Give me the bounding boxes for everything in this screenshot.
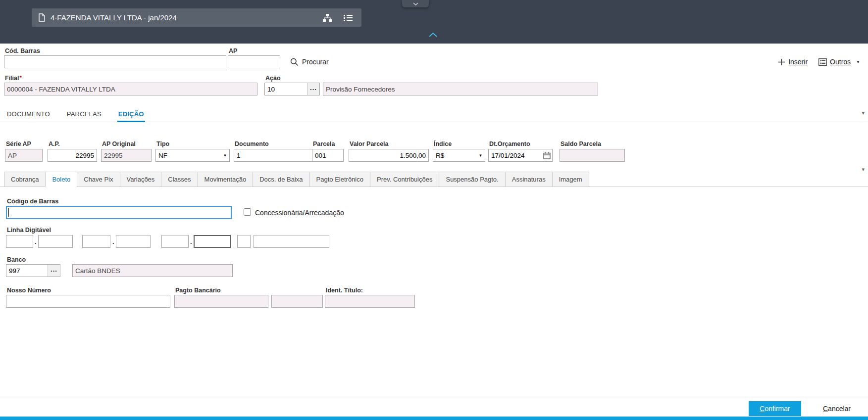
acao-code-input[interactable] — [265, 83, 307, 95]
app-window: 4-FAZENDA VITALLY LTDA - jan/2024 Cód. B… — [0, 0, 868, 420]
procurar-label: Procurar — [302, 58, 329, 66]
subtab-imagem[interactable]: Imagem — [552, 172, 589, 187]
codigo-barras-input[interactable] — [6, 206, 232, 219]
linha-digitavel-field-8[interactable] — [254, 235, 329, 248]
subtab-chave-pix[interactable]: Chave Pix — [77, 172, 120, 187]
pagto-bancario-label: Pagto Bancário — [175, 287, 221, 294]
outros-label: Outros — [830, 58, 851, 66]
main-tabs: DOCUMENTO PARCELAS EDIÇÃO — [0, 105, 868, 122]
ap-original-label: AP Original — [102, 140, 136, 147]
indice-select[interactable]: R$ ▼ — [433, 149, 485, 162]
codigo-barras-label: Código de Barras — [7, 198, 58, 205]
parcela-input[interactable] — [312, 149, 344, 162]
chevron-down-icon — [413, 2, 418, 5]
confirmar-button[interactable]: Confirmar — [749, 401, 801, 416]
banco-lookup-button[interactable]: ... — [48, 265, 60, 277]
subtab-assinaturas[interactable]: Assinaturas — [505, 172, 553, 187]
nosso-numero-input[interactable] — [6, 295, 170, 308]
document-tab[interactable]: 4-FAZENDA VITALLY LTDA - jan/2024 — [32, 8, 361, 27]
acao-description-input — [323, 83, 598, 95]
indice-value: R$ — [433, 149, 476, 161]
pagto-bancario-input-2 — [271, 295, 323, 308]
cod-barras-input[interactable] — [4, 55, 226, 68]
ap-label: AP — [229, 47, 237, 54]
calendar-icon[interactable] — [541, 149, 552, 161]
text-cursor — [8, 208, 9, 217]
ident-titulo-label: Ident. Título: — [326, 287, 363, 294]
tree-view-icon[interactable] — [323, 14, 332, 22]
serie-ap-input — [5, 149, 43, 162]
header-collapse-button[interactable] — [429, 33, 437, 37]
ident-titulo-input — [325, 295, 415, 308]
chevron-up-icon — [429, 30, 437, 39]
top-header: 4-FAZENDA VITALLY LTDA - jan/2024 — [0, 0, 868, 44]
linha-separator-dot: . — [190, 238, 192, 245]
subtab-classes[interactable]: Classes — [161, 172, 198, 187]
ap-input[interactable] — [228, 55, 280, 68]
bottom-accent-strip — [0, 417, 868, 420]
linha-digitavel-field-3[interactable] — [82, 235, 110, 248]
linha-digitavel-field-2[interactable] — [38, 235, 73, 248]
subtab-movimentacao[interactable]: Movimentação — [198, 172, 254, 187]
tab-edicao[interactable]: EDIÇÃO — [117, 110, 145, 122]
subtab-variacoes[interactable]: Variações — [120, 172, 162, 187]
tab-documento[interactable]: DOCUMENTO — [6, 110, 51, 122]
inserir-label: Inserir — [788, 58, 808, 66]
inserir-button[interactable]: Inserir — [778, 58, 808, 66]
linha-digitavel-field-1[interactable] — [6, 235, 33, 248]
ap-number-label: A.P. — [49, 140, 60, 147]
tipo-select[interactable]: NF ▼ — [155, 149, 230, 162]
nosso-numero-label: Nosso Número — [7, 287, 51, 294]
tipo-value: NF — [156, 149, 221, 161]
document-icon — [39, 13, 45, 22]
valor-parcela-input[interactable] — [349, 149, 429, 162]
valor-parcela-label: Valor Parcela — [350, 140, 389, 147]
acao-label: Ação — [265, 75, 281, 82]
subtab-cobranca[interactable]: Cobrança — [4, 172, 46, 187]
subtab-prev-contribuicoes[interactable]: Prev. Contribuições — [370, 172, 439, 187]
top-collapse-handle[interactable] — [402, 0, 429, 7]
tab-parcelas[interactable]: PARCELAS — [66, 110, 102, 122]
search-icon — [290, 58, 299, 66]
linha-digitavel-field-5[interactable] — [161, 235, 189, 248]
pagto-bancario-input-1 — [174, 295, 268, 308]
subtab-pagto-eletronico[interactable]: Pagto Eletrônico — [309, 172, 370, 187]
linha-digitavel-field-4[interactable] — [116, 235, 151, 248]
footer-divider — [0, 396, 868, 396]
saldo-parcela-input — [560, 149, 625, 162]
linha-digitavel-field-7[interactable] — [237, 235, 251, 248]
tipo-caret-icon: ▼ — [221, 149, 229, 161]
main-tabs-scroll-caret-icon[interactable]: ▾ — [862, 110, 865, 116]
sub-tabs: Cobrança Boleto Chave Pix Variações Clas… — [0, 172, 868, 187]
outros-button[interactable]: Outros ▼ — [818, 58, 860, 66]
list-view-icon[interactable] — [344, 14, 353, 21]
procurar-button[interactable]: Procurar — [290, 55, 329, 68]
indice-label: Índice — [434, 140, 452, 147]
linha-separator-dot: . — [35, 238, 37, 245]
menu-list-icon — [818, 58, 827, 66]
subtab-boleto[interactable]: Boleto — [45, 172, 77, 187]
required-marker: * — [19, 75, 21, 81]
dt-orcamento-group — [488, 149, 553, 162]
filial-label: Filial* — [5, 75, 22, 82]
saldo-parcela-label: Saldo Parcela — [561, 140, 601, 147]
ap-number-input[interactable] — [48, 149, 97, 162]
toolbar-right-cluster: Inserir Outros ▼ — [778, 55, 860, 68]
cancelar-button[interactable]: Cancelar — [813, 401, 861, 416]
dt-orcamento-input[interactable] — [489, 149, 541, 161]
concessionaria-checkbox[interactable] — [244, 208, 251, 216]
documento-input[interactable] — [234, 149, 315, 162]
banco-label: Banco — [7, 256, 26, 263]
document-tab-title: 4-FAZENDA VITALLY LTDA - jan/2024 — [51, 13, 323, 22]
banco-code-input[interactable] — [6, 265, 48, 277]
linha-separator-dot: . — [112, 238, 114, 245]
serie-ap-label: Série AP — [6, 140, 31, 147]
linha-digitavel-label: Linha Digitável — [7, 227, 51, 233]
subtab-suspensao-pagto[interactable]: Suspensão Pagto. — [439, 172, 505, 187]
ap-original-input — [101, 149, 152, 162]
subtab-docs-de-baixa[interactable]: Docs. de Baixa — [253, 172, 309, 187]
indice-caret-icon: ▼ — [476, 149, 485, 161]
plus-icon — [778, 58, 785, 66]
linha-digitavel-field-6[interactable] — [194, 235, 231, 248]
acao-lookup-button[interactable]: ... — [307, 83, 319, 95]
